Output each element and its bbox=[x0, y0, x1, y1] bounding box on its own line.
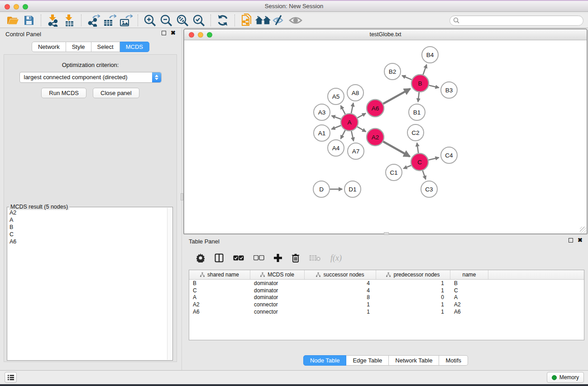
minimize-window-button[interactable] bbox=[14, 4, 19, 10]
column-header-MCDS-role[interactable]: MCDS role bbox=[250, 270, 305, 279]
graph-edge-C-C4[interactable] bbox=[428, 157, 439, 160]
tab-network-table[interactable]: Network Table bbox=[389, 355, 439, 366]
graph-node-A2[interactable]: A2 bbox=[367, 129, 384, 146]
graph-node-A4[interactable]: A4 bbox=[328, 140, 344, 156]
close-window-button[interactable] bbox=[5, 4, 10, 10]
export-network-button[interactable] bbox=[85, 14, 101, 27]
graph-node-B2[interactable]: B2 bbox=[384, 63, 401, 80]
zoom-window-button[interactable] bbox=[23, 4, 28, 10]
graph-node-A7[interactable]: A7 bbox=[348, 143, 364, 159]
graph-edge-C-C2[interactable] bbox=[417, 143, 418, 153]
close-table-panel-icon[interactable]: ✖ bbox=[578, 238, 583, 243]
table-row[interactable]: Adominator80A bbox=[189, 294, 584, 301]
tab-node-table[interactable]: Node Table bbox=[303, 355, 347, 366]
run-mcds-button[interactable]: Run MCDS bbox=[41, 88, 86, 98]
deselect-all-columns-button[interactable] bbox=[253, 255, 264, 261]
column-header-predecessor-nodes[interactable]: predecessor nodes bbox=[376, 270, 450, 279]
graph-node-A5[interactable]: A5 bbox=[328, 88, 344, 105]
search-input[interactable] bbox=[462, 17, 580, 24]
graph-node-B[interactable]: B bbox=[411, 75, 429, 92]
horizontal-split-grip[interactable] bbox=[384, 232, 389, 235]
delete-columns-button[interactable] bbox=[292, 253, 300, 262]
graph-edge-A-A4[interactable] bbox=[341, 130, 345, 139]
network-minimize-button[interactable] bbox=[198, 32, 203, 38]
graph-node-B3[interactable]: B3 bbox=[441, 82, 457, 98]
graph-node-A6[interactable]: A6 bbox=[367, 100, 384, 117]
toggle-column-panel-button[interactable] bbox=[215, 253, 224, 262]
first-neighbors-button[interactable] bbox=[255, 14, 271, 27]
tab-mcds[interactable]: MCDS bbox=[120, 42, 149, 52]
graph-edge-A-A1[interactable] bbox=[331, 125, 341, 129]
graph-node-C2[interactable]: C2 bbox=[407, 124, 424, 141]
graph-edge-C-C1[interactable] bbox=[403, 165, 411, 168]
graph-node-C3[interactable]: C3 bbox=[421, 181, 437, 197]
table-row[interactable]: A6connector11A6 bbox=[189, 308, 584, 315]
tab-network[interactable]: Network bbox=[32, 42, 66, 52]
network-zoom-button[interactable] bbox=[207, 32, 212, 38]
column-header-name[interactable]: name bbox=[450, 270, 488, 279]
show-all-button[interactable] bbox=[287, 14, 304, 27]
zoom-fit-button[interactable] bbox=[174, 14, 191, 27]
network-window-titlebar[interactable]: testGlobe.txt bbox=[184, 29, 587, 40]
mcds-result-item[interactable]: A6 bbox=[10, 238, 167, 245]
mcds-result-item[interactable]: C bbox=[10, 231, 167, 238]
close-panel-icon[interactable]: ✖ bbox=[171, 31, 176, 35]
graph-node-B1[interactable]: B1 bbox=[409, 104, 425, 120]
column-header-shared-name[interactable]: shared name bbox=[189, 270, 250, 279]
mcds-result-item[interactable]: B bbox=[10, 224, 167, 231]
float-table-panel-icon[interactable] bbox=[569, 238, 573, 243]
zoom-selected-button[interactable] bbox=[191, 14, 207, 27]
graph-edge-A-A5[interactable] bbox=[341, 105, 345, 114]
float-panel-icon[interactable] bbox=[162, 31, 166, 35]
mcds-result-item[interactable]: A2 bbox=[10, 209, 167, 216]
open-session-button[interactable] bbox=[5, 14, 21, 27]
graph-edge-B-B1[interactable] bbox=[418, 92, 419, 102]
result-scrollbar[interactable] bbox=[167, 208, 172, 360]
graph-edge-B-B2[interactable] bbox=[402, 76, 411, 80]
graph-edge-A-A2[interactable] bbox=[357, 127, 366, 132]
import-network-button[interactable] bbox=[45, 14, 61, 27]
search-box[interactable] bbox=[449, 15, 583, 26]
save-session-button[interactable] bbox=[21, 14, 37, 27]
graph-edge-B-B4[interactable] bbox=[423, 65, 427, 75]
table-row[interactable]: Cdominator41C bbox=[189, 287, 584, 294]
tab-style[interactable]: Style bbox=[66, 42, 91, 52]
select-all-columns-button[interactable] bbox=[233, 255, 244, 261]
graph-node-A8[interactable]: A8 bbox=[347, 85, 363, 101]
graph-edge-A-A6[interactable] bbox=[358, 113, 366, 118]
tab-motifs[interactable]: Motifs bbox=[439, 355, 468, 366]
graph-edge-A2-C[interactable] bbox=[383, 142, 410, 157]
graph-node-A3[interactable]: A3 bbox=[314, 104, 330, 120]
graph-edge-A-A8[interactable] bbox=[351, 103, 354, 114]
graph-node-D[interactable]: D bbox=[313, 181, 330, 197]
close-panel-button[interactable]: Close panel bbox=[93, 88, 139, 98]
memory-button[interactable]: Memory bbox=[547, 372, 584, 383]
column-header-successor-nodes[interactable]: successor nodes bbox=[305, 270, 376, 279]
graph-node-C[interactable]: C bbox=[411, 153, 428, 171]
dropdown-stepper-icon[interactable] bbox=[152, 72, 161, 82]
table-settings-button[interactable] bbox=[196, 253, 205, 262]
network-canvas[interactable]: AA1A2A3A4A5A6A7A8BB1B2B3B4CC1C2C3C4DD1 bbox=[184, 41, 587, 234]
network-close-button[interactable] bbox=[189, 32, 194, 38]
import-table-button[interactable] bbox=[61, 14, 77, 27]
zoom-out-button[interactable] bbox=[158, 14, 174, 27]
graph-node-B4[interactable]: B4 bbox=[422, 47, 438, 63]
graph-edge-C-C3[interactable] bbox=[423, 171, 426, 179]
graph-edge-A-A3[interactable] bbox=[332, 116, 341, 119]
tab-select[interactable]: Select bbox=[91, 42, 120, 52]
refresh-view-button[interactable] bbox=[215, 14, 231, 27]
graph-edge-A-A7[interactable] bbox=[351, 131, 354, 141]
optimization-criterion-dropdown[interactable]: largest connected component (directed) bbox=[19, 72, 162, 83]
graph-edge-B-B3[interactable] bbox=[429, 86, 439, 88]
task-history-button[interactable] bbox=[5, 372, 17, 383]
window-resize-grip[interactable] bbox=[580, 227, 586, 233]
hide-selected-button[interactable] bbox=[271, 14, 287, 27]
mcds-result-item[interactable]: A bbox=[10, 216, 167, 224]
create-new-column-button[interactable] bbox=[274, 254, 282, 262]
graph-node-C1[interactable]: C1 bbox=[386, 164, 402, 181]
tab-edge-table[interactable]: Edge Table bbox=[346, 355, 389, 366]
graph-node-A1[interactable]: A1 bbox=[314, 125, 330, 141]
graph-edge-A6-B[interactable] bbox=[383, 89, 410, 104]
graph-node-D1[interactable]: D1 bbox=[344, 181, 361, 197]
new-network-from-selection-button[interactable] bbox=[239, 14, 255, 27]
